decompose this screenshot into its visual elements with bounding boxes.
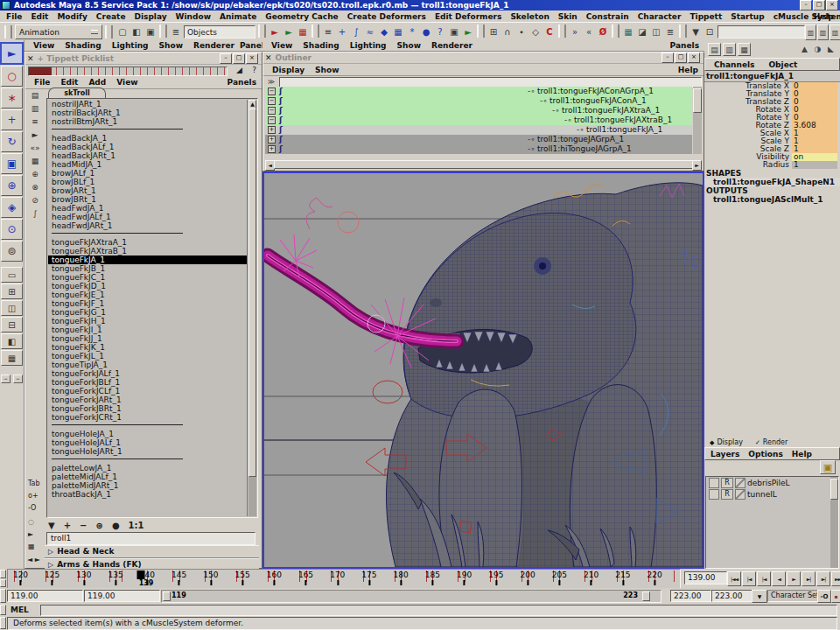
key-plus-label[interactable]: o+ xyxy=(28,492,38,500)
outliner-hscrollbar[interactable]: ◄ ► xyxy=(265,160,702,169)
panel-menu-item[interactable]: Renderer xyxy=(188,41,240,50)
current-time-input[interactable]: 139.00 xyxy=(684,571,727,584)
layout-persp-outliner-button[interactable]: ◧ xyxy=(1,333,23,349)
picklist-item[interactable]: tongueFkJF_1 xyxy=(48,299,247,308)
picklist-item[interactable]: headFwdJARt_1 xyxy=(48,221,247,230)
picklist-item[interactable]: headFwdJALf_1 xyxy=(48,213,247,221)
universal-manipulator-tool[interactable]: ⊕ xyxy=(1,175,23,196)
picklist-item[interactable]: browJBRt_1 xyxy=(48,195,247,204)
picklist-panels-menu[interactable]: Panels xyxy=(228,78,258,87)
picklist-item[interactable]: tongueForkJARt_1 xyxy=(48,396,247,404)
construction-history-icon[interactable]: Ø xyxy=(596,24,610,39)
snap-view-plane-icon[interactable]: ◇ xyxy=(528,24,542,39)
picklist-item[interactable]: tongueForkJBLf_1 xyxy=(48,378,247,387)
menu-item[interactable]: Constrain xyxy=(582,12,634,21)
soft-mod-tool[interactable]: ◈ xyxy=(1,197,23,218)
last-tool[interactable]: ⊚ xyxy=(1,241,23,262)
step-forward-key-button[interactable]: ►| xyxy=(816,571,830,586)
current-frame-marker[interactable] xyxy=(137,570,145,579)
pointer-icon[interactable]: ► xyxy=(28,530,33,538)
mask-unknown-icon[interactable]: ? xyxy=(433,24,447,39)
eraser-icon[interactable]: ◌ xyxy=(28,518,34,526)
auto-keyframe-icon[interactable]: ▪ xyxy=(831,590,840,603)
picklist-menu-item[interactable]: View xyxy=(111,78,143,87)
menu-item[interactable]: Edit xyxy=(26,12,52,21)
lasso-select-tool[interactable]: ○ xyxy=(1,66,23,87)
output-connections-icon[interactable]: « xyxy=(582,24,596,39)
outliner-menu-item[interactable]: Display xyxy=(267,66,310,74)
picklist-item[interactable]: tongueForkJCRt_1 xyxy=(48,413,247,422)
picklist-item[interactable]: browJALf_1 xyxy=(48,169,247,178)
picklist-item[interactable]: tongueFkJH_1 xyxy=(48,317,247,326)
expand-toggle-icon[interactable]: − xyxy=(268,88,276,95)
speed-ramp-icon[interactable]: ◑ xyxy=(812,43,823,54)
layer-name[interactable]: debrisPileL xyxy=(747,479,790,487)
snap-point-icon[interactable]: ∙ xyxy=(514,24,528,39)
picklist-item[interactable]: throatBackJA_1 xyxy=(48,490,247,499)
picklist-item[interactable]: tongueHoleJARt_1 xyxy=(48,447,247,456)
chevron-down-icon[interactable]: ▼ xyxy=(752,590,767,603)
key-add-icon[interactable]: ⊕ xyxy=(28,168,42,179)
menu-item[interactable]: Skin xyxy=(554,12,582,21)
helpline-mini-buttons[interactable] xyxy=(0,617,6,629)
go-to-end-button[interactable]: ►►| xyxy=(831,571,840,586)
commandline-mini-buttons[interactable] xyxy=(0,605,6,615)
shape-node-name[interactable]: troll1:tongueFkJA_ShapeN1 xyxy=(704,178,840,186)
sliders-icon[interactable]: ≡ xyxy=(28,116,42,127)
layer-row[interactable]: R tunnelL xyxy=(706,488,838,500)
panel-menu-item[interactable]: Show xyxy=(392,41,426,50)
layout-two-pane-side-button[interactable]: ◫ xyxy=(1,300,23,316)
prev-next-icon[interactable]: «» xyxy=(28,142,42,153)
outliner-item[interactable]: − ʃ -∘troll1:tongueFkJAConA_1 xyxy=(265,96,692,106)
snap-grid-icon[interactable]: ⊞ xyxy=(486,24,500,39)
channelbox-menu-item[interactable]: Channels xyxy=(709,60,760,69)
outliner-item[interactable]: + ʃ -∘troll1:tongueFkJA_1 xyxy=(265,125,692,135)
paint-select-tool[interactable]: ∗ xyxy=(1,88,23,108)
picklist-item[interactable]: tongueFkJA_1 xyxy=(48,256,247,264)
picklist-item[interactable]: headFwdJA_1 xyxy=(48,204,247,213)
menu-item[interactable]: Animate xyxy=(215,12,261,21)
panel-menu-item[interactable]: Renderer xyxy=(426,41,478,50)
outliner-item[interactable]: + ʃ -∘troll1:hiTongueJAGrpA_1 xyxy=(265,144,692,154)
save-icon[interactable]: ▥ xyxy=(28,102,42,114)
form-icon[interactable]: ▦ xyxy=(28,155,42,166)
picklist-menu-item[interactable]: Add xyxy=(83,78,111,87)
picklist-item[interactable]: browJBLf_1 xyxy=(48,178,247,186)
mini-button[interactable]: − xyxy=(13,374,23,383)
close-icon[interactable]: ✕ xyxy=(27,54,34,63)
collapsible-section[interactable]: ▷Head & Neck xyxy=(45,545,259,558)
expand-toggle-icon[interactable]: + xyxy=(268,126,276,134)
layout-two-pane-stacked-button[interactable]: ⊟ xyxy=(1,317,23,332)
select-object-icon[interactable]: ► xyxy=(282,24,296,39)
channel-value-input[interactable]: on xyxy=(792,153,837,161)
output-node-name[interactable]: troll1:tongueJASclMult_1 xyxy=(704,195,840,204)
menu-item[interactable]: Character xyxy=(634,12,686,21)
animation-start-input[interactable]: 119.00 xyxy=(7,590,83,602)
play-backwards-button[interactable]: ◄ xyxy=(772,571,786,586)
layer-swatch[interactable] xyxy=(735,478,746,488)
step-back-key-button[interactable]: |◄ xyxy=(742,571,756,586)
open-folder-icon[interactable]: ▤ xyxy=(28,89,42,101)
key-channel-icon[interactable]: ▲ xyxy=(799,43,810,54)
mel-label[interactable]: MEL xyxy=(10,604,29,616)
panel-menu-item[interactable]: Lighting xyxy=(345,41,392,50)
panel-menu-item[interactable]: View xyxy=(28,41,60,50)
show-manipulator-tool[interactable]: ⊙ xyxy=(1,219,23,240)
panels-menu[interactable]: Panels xyxy=(670,41,701,50)
close-icon[interactable]: ✕ xyxy=(265,53,272,62)
snap-curve-icon[interactable]: ∩ xyxy=(500,24,514,39)
menu-item[interactable]: Modify xyxy=(52,12,91,21)
mask-list-icon[interactable]: ≡ xyxy=(321,24,335,39)
select-tool[interactable]: ► xyxy=(0,42,24,65)
panel-menu-item[interactable]: Show xyxy=(154,41,188,50)
window-control-button[interactable]: × xyxy=(688,52,700,63)
panel-menu-item[interactable]: Lighting xyxy=(107,41,154,50)
expand-toggle-icon[interactable]: − xyxy=(268,116,276,124)
window-control-button[interactable]: × xyxy=(246,53,258,64)
manipulator-display-icon[interactable]: ▤ xyxy=(708,43,721,56)
set-key-icon[interactable]: -O xyxy=(817,590,831,603)
channel-value-input[interactable]: 1 xyxy=(792,130,837,137)
layer-render-toggle[interactable]: R xyxy=(721,489,733,500)
menu-item[interactable]: Create Deformers xyxy=(343,12,430,21)
mask-add-icon[interactable]: + xyxy=(335,24,349,39)
